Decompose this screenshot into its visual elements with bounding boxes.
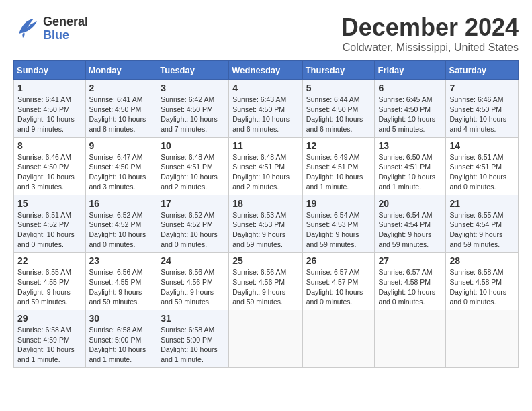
day-number: 7 bbox=[449, 83, 515, 93]
day-number: 20 bbox=[378, 198, 442, 209]
calendar-week-row: 22Sunrise: 6:55 AMSunset: 4:55 PMDayligh… bbox=[14, 253, 519, 310]
table-row: 9Sunrise: 6:47 AMSunset: 4:50 PMDaylight… bbox=[85, 137, 157, 195]
table-row: 1Sunrise: 6:41 AMSunset: 4:50 PMDaylight… bbox=[14, 80, 86, 138]
table-row: 2Sunrise: 6:41 AMSunset: 4:50 PMDaylight… bbox=[85, 80, 157, 138]
table-row: 3Sunrise: 6:42 AMSunset: 4:50 PMDaylight… bbox=[157, 80, 229, 138]
logo-general-text: General bbox=[43, 15, 88, 29]
page-title: December 2024 bbox=[341, 13, 519, 42]
table-row: 26Sunrise: 6:57 AMSunset: 4:57 PMDayligh… bbox=[302, 253, 375, 310]
day-number: 23 bbox=[89, 255, 154, 266]
day-detail: Sunrise: 6:48 AMSunset: 4:51 PMDaylight:… bbox=[232, 152, 298, 192]
day-detail: Sunrise: 6:41 AMSunset: 4:50 PMDaylight:… bbox=[89, 95, 154, 134]
table-row: 24Sunrise: 6:56 AMSunset: 4:56 PMDayligh… bbox=[157, 253, 229, 310]
table-row: 8Sunrise: 6:46 AMSunset: 4:50 PMDaylight… bbox=[14, 137, 86, 195]
day-number: 10 bbox=[161, 140, 225, 151]
calendar-table: Sunday Monday Tuesday Wednesday Thursday… bbox=[13, 60, 519, 368]
day-number: 26 bbox=[306, 255, 371, 266]
table-row: 15Sunrise: 6:51 AMSunset: 4:52 PMDayligh… bbox=[14, 195, 86, 253]
table-row bbox=[302, 310, 375, 368]
header: General Blue December 2024 Coldwater, Mi… bbox=[13, 13, 519, 54]
calendar-header-row: Sunday Monday Tuesday Wednesday Thursday… bbox=[14, 61, 519, 80]
calendar-week-row: 1Sunrise: 6:41 AMSunset: 4:50 PMDaylight… bbox=[14, 80, 519, 138]
table-row: 20Sunrise: 6:54 AMSunset: 4:54 PMDayligh… bbox=[375, 195, 446, 253]
day-number: 8 bbox=[17, 140, 82, 151]
calendar-week-row: 8Sunrise: 6:46 AMSunset: 4:50 PMDaylight… bbox=[14, 137, 519, 195]
day-detail: Sunrise: 6:54 AMSunset: 4:53 PMDaylight:… bbox=[306, 210, 371, 250]
table-row: 4Sunrise: 6:43 AMSunset: 4:50 PMDaylight… bbox=[229, 80, 302, 138]
day-number: 1 bbox=[17, 83, 82, 93]
day-detail: Sunrise: 6:56 AMSunset: 4:56 PMDaylight:… bbox=[161, 267, 225, 307]
table-row: 28Sunrise: 6:58 AMSunset: 4:58 PMDayligh… bbox=[446, 253, 519, 310]
table-row: 22Sunrise: 6:55 AMSunset: 4:55 PMDayligh… bbox=[14, 253, 86, 310]
table-row: 21Sunrise: 6:55 AMSunset: 4:54 PMDayligh… bbox=[446, 195, 519, 253]
day-number: 6 bbox=[378, 83, 442, 93]
day-detail: Sunrise: 6:46 AMSunset: 4:50 PMDaylight:… bbox=[17, 152, 82, 192]
col-wednesday: Wednesday bbox=[229, 61, 302, 80]
day-number: 27 bbox=[378, 255, 442, 266]
day-number: 13 bbox=[378, 140, 442, 151]
day-detail: Sunrise: 6:44 AMSunset: 4:50 PMDaylight:… bbox=[306, 95, 371, 134]
day-number: 15 bbox=[17, 198, 82, 209]
day-detail: Sunrise: 6:49 AMSunset: 4:51 PMDaylight:… bbox=[306, 152, 371, 192]
table-row: 30Sunrise: 6:58 AMSunset: 5:00 PMDayligh… bbox=[85, 310, 157, 368]
table-row: 27Sunrise: 6:57 AMSunset: 4:58 PMDayligh… bbox=[375, 253, 446, 310]
table-row: 6Sunrise: 6:45 AMSunset: 4:50 PMDaylight… bbox=[375, 80, 446, 138]
table-row: 23Sunrise: 6:56 AMSunset: 4:55 PMDayligh… bbox=[85, 253, 157, 310]
table-row: 13Sunrise: 6:50 AMSunset: 4:51 PMDayligh… bbox=[375, 137, 446, 195]
table-row: 31Sunrise: 6:58 AMSunset: 5:00 PMDayligh… bbox=[157, 310, 229, 368]
col-monday: Monday bbox=[85, 61, 157, 80]
day-number: 30 bbox=[89, 313, 154, 324]
table-row: 17Sunrise: 6:52 AMSunset: 4:52 PMDayligh… bbox=[157, 195, 229, 253]
page-subtitle: Coldwater, Mississippi, United States bbox=[341, 42, 519, 54]
col-friday: Friday bbox=[375, 61, 446, 80]
day-detail: Sunrise: 6:48 AMSunset: 4:51 PMDaylight:… bbox=[161, 152, 225, 192]
table-row: 14Sunrise: 6:51 AMSunset: 4:51 PMDayligh… bbox=[446, 137, 519, 195]
day-detail: Sunrise: 6:47 AMSunset: 4:50 PMDaylight:… bbox=[89, 152, 154, 192]
day-detail: Sunrise: 6:51 AMSunset: 4:52 PMDaylight:… bbox=[17, 210, 82, 250]
calendar-week-row: 29Sunrise: 6:58 AMSunset: 4:59 PMDayligh… bbox=[14, 310, 519, 368]
day-detail: Sunrise: 6:53 AMSunset: 4:53 PMDaylight:… bbox=[232, 210, 298, 250]
col-tuesday: Tuesday bbox=[157, 61, 229, 80]
table-row bbox=[375, 310, 446, 368]
table-row bbox=[229, 310, 302, 368]
day-number: 9 bbox=[89, 140, 154, 151]
day-detail: Sunrise: 6:51 AMSunset: 4:51 PMDaylight:… bbox=[449, 152, 515, 192]
day-detail: Sunrise: 6:57 AMSunset: 4:58 PMDaylight:… bbox=[378, 267, 442, 307]
day-detail: Sunrise: 6:43 AMSunset: 4:50 PMDaylight:… bbox=[232, 95, 298, 134]
table-row: 16Sunrise: 6:52 AMSunset: 4:52 PMDayligh… bbox=[85, 195, 157, 253]
day-number: 28 bbox=[449, 255, 515, 266]
day-detail: Sunrise: 6:58 AMSunset: 5:00 PMDaylight:… bbox=[89, 325, 154, 365]
day-detail: Sunrise: 6:50 AMSunset: 4:51 PMDaylight:… bbox=[378, 152, 442, 192]
day-number: 3 bbox=[161, 83, 225, 93]
day-detail: Sunrise: 6:52 AMSunset: 4:52 PMDaylight:… bbox=[161, 210, 225, 250]
day-number: 22 bbox=[17, 255, 82, 266]
day-number: 25 bbox=[232, 255, 298, 266]
table-row: 7Sunrise: 6:46 AMSunset: 4:50 PMDaylight… bbox=[446, 80, 519, 138]
day-number: 11 bbox=[232, 140, 298, 151]
day-number: 14 bbox=[449, 140, 515, 151]
table-row: 19Sunrise: 6:54 AMSunset: 4:53 PMDayligh… bbox=[302, 195, 375, 253]
day-detail: Sunrise: 6:55 AMSunset: 4:54 PMDaylight:… bbox=[449, 210, 515, 250]
day-detail: Sunrise: 6:46 AMSunset: 4:50 PMDaylight:… bbox=[449, 95, 515, 134]
day-number: 16 bbox=[89, 198, 154, 209]
col-sunday: Sunday bbox=[14, 61, 86, 80]
day-number: 18 bbox=[232, 198, 298, 209]
logo-words: General Blue bbox=[43, 15, 88, 42]
day-number: 12 bbox=[306, 140, 371, 151]
table-row: 18Sunrise: 6:53 AMSunset: 4:53 PMDayligh… bbox=[229, 195, 302, 253]
logo: General Blue bbox=[13, 13, 88, 44]
day-detail: Sunrise: 6:52 AMSunset: 4:52 PMDaylight:… bbox=[89, 210, 154, 250]
day-detail: Sunrise: 6:42 AMSunset: 4:50 PMDaylight:… bbox=[161, 95, 225, 134]
table-row bbox=[446, 310, 519, 368]
day-number: 4 bbox=[232, 83, 298, 93]
day-detail: Sunrise: 6:41 AMSunset: 4:50 PMDaylight:… bbox=[17, 95, 82, 134]
day-detail: Sunrise: 6:54 AMSunset: 4:54 PMDaylight:… bbox=[378, 210, 442, 250]
day-detail: Sunrise: 6:58 AMSunset: 4:58 PMDaylight:… bbox=[449, 267, 515, 307]
day-number: 24 bbox=[161, 255, 225, 266]
day-number: 21 bbox=[449, 198, 515, 209]
day-detail: Sunrise: 6:45 AMSunset: 4:50 PMDaylight:… bbox=[378, 95, 442, 134]
logo-blue-text: Blue bbox=[43, 29, 88, 42]
table-row: 25Sunrise: 6:56 AMSunset: 4:56 PMDayligh… bbox=[229, 253, 302, 310]
day-number: 31 bbox=[161, 313, 225, 324]
calendar-week-row: 15Sunrise: 6:51 AMSunset: 4:52 PMDayligh… bbox=[14, 195, 519, 253]
